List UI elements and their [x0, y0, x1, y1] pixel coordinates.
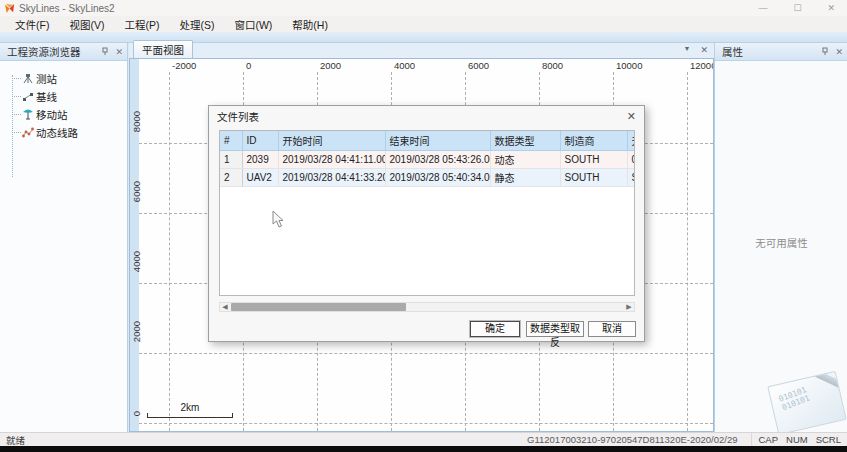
scale-label: 2km [147, 402, 233, 413]
dialog-title-bar[interactable]: 文件列表 ✕ [209, 106, 644, 127]
col-header-id[interactable]: ID [242, 131, 278, 151]
dialog-title: 文件列表 [217, 109, 259, 124]
x-axis-tick: 10000 [616, 60, 642, 71]
table-row[interactable]: 2 UAV2 2019/03/28 04:41:33.200 2019/03/2… [220, 169, 635, 187]
left-panel-title: 工程资源浏览器 [7, 44, 81, 59]
dynamic-route-icon [22, 126, 34, 138]
left-panel-close-icon[interactable]: ✕ [115, 47, 123, 57]
menu-view[interactable]: 视图(V) [60, 16, 113, 33]
x-axis-tick: 2000 [320, 60, 341, 71]
y-axis-tick: 6000 [131, 181, 142, 202]
horizontal-scrollbar[interactable]: ◀ ▶ [219, 302, 635, 312]
cell-start-time: 2019/03/28 04:41:11.000 [278, 151, 385, 169]
cell-manufacturer: SOUTH [560, 151, 627, 169]
pin-icon[interactable] [101, 47, 109, 56]
tree-item-baseline[interactable]: 基线 [0, 87, 127, 105]
col-header-end-time[interactable]: 结束时间 [385, 131, 490, 151]
gridline-v [169, 72, 170, 431]
gridline-v [687, 72, 688, 431]
window-title: SkyLines - SkyLines2 [19, 3, 115, 14]
col-header-start-time[interactable]: 开始时间 [278, 131, 385, 151]
station-icon [22, 72, 34, 84]
cell-end-time: 2019/03/28 05:43:26.000 [385, 151, 490, 169]
scroll-left-icon[interactable]: ◀ [220, 303, 230, 311]
app-window: { "window": { "title": "SkyLines - SkyLi… [0, 0, 847, 452]
cell-id: 2039 [242, 151, 278, 169]
cell-index: 2 [220, 169, 242, 187]
view-tab-bar: 平面视图 ▼ ✕ [129, 43, 714, 58]
menu-project[interactable]: 工程(P) [115, 16, 168, 33]
col-header-manufacturer[interactable]: 制造商 [560, 131, 627, 151]
cell-data-type: 静态 [490, 169, 560, 187]
gridline-h [139, 353, 713, 354]
bottom-edge-bar [0, 446, 847, 452]
tree-item-label: 移动站 [36, 107, 68, 122]
x-axis-tick: -2000 [172, 60, 196, 71]
left-panel-header: 工程资源浏览器 ✕ [0, 43, 127, 61]
scrollbar-thumb[interactable] [231, 303, 406, 311]
title-bar: SkyLines - SkyLines2 — ☐ ✕ [0, 0, 847, 16]
tree-item-label: 基线 [36, 89, 57, 104]
cell-index: 1 [220, 151, 242, 169]
pin-icon[interactable] [821, 47, 829, 56]
tree-item-dynamic-route[interactable]: 动态线路 [0, 123, 127, 141]
y-axis-tick: 8000 [131, 111, 142, 132]
cell-data-type: 动态 [490, 151, 560, 169]
baseline-icon [22, 90, 34, 102]
menu-help[interactable]: 帮助(H) [283, 16, 337, 33]
resource-tree: 测站 基线 移动站 [0, 61, 127, 141]
table-row[interactable]: 1 2039 2019/03/28 04:41:11.000 2019/03/2… [220, 151, 635, 169]
app-logo-icon [4, 3, 15, 14]
col-header-data-type[interactable]: 数据类型 [490, 131, 560, 151]
cancel-button[interactable]: 取消 [588, 321, 636, 337]
tab-close-icon[interactable]: ✕ [700, 45, 708, 55]
minimize-icon[interactable]: — [758, 3, 767, 13]
col-header-antenna[interactable]: 天 [627, 131, 635, 151]
scroll-lock-indicator: SCRL [816, 434, 841, 445]
mouse-cursor [272, 210, 285, 229]
cell-antenna: SI [627, 169, 635, 187]
ok-button[interactable]: 确定 [470, 321, 520, 337]
status-bar: 就绪 G112017003210-97020547D811320E-2020/0… [0, 432, 847, 446]
menu-bar: 文件(F) 视图(V) 工程(P) 处理(S) 窗口(W) 帮助(H) [0, 16, 847, 32]
close-icon[interactable]: ✕ [827, 3, 835, 13]
tree-item-station[interactable]: 测站 [0, 69, 127, 87]
right-panel-header: 属性 ✕ [715, 43, 847, 61]
maximize-icon[interactable]: ☐ [793, 3, 801, 13]
scroll-right-icon[interactable]: ▶ [624, 303, 634, 311]
x-axis-tick: 8000 [542, 60, 563, 71]
map-scale-bar: 2km [147, 403, 233, 418]
rover-station-icon [22, 108, 34, 120]
tree-item-rover[interactable]: 移动站 [0, 105, 127, 123]
y-axis-tick: 2000 [131, 321, 142, 342]
x-axis-tick: 4000 [394, 60, 415, 71]
x-axis-tick: 6000 [468, 60, 489, 71]
invert-data-type-button[interactable]: 数据类型取反 [526, 321, 584, 337]
col-header-index[interactable]: # [220, 131, 242, 151]
tree-item-label: 动态线路 [36, 125, 78, 140]
license-id-text: G112017003210-97020547D811320E-2020/02/2… [527, 434, 751, 445]
file-table: # ID 开始时间 结束时间 数据类型 制造商 天 1 2039 2019/03… [220, 131, 635, 187]
no-properties-text: 无可用属性 [715, 235, 847, 250]
cell-id: UAV2 [242, 169, 278, 187]
cell-end-time: 2019/03/28 05:40:34.000 [385, 169, 490, 187]
num-lock-indicator: NUM [786, 434, 808, 445]
x-axis-tick: 0 [246, 60, 251, 71]
caps-lock-indicator: CAP [758, 434, 778, 445]
project-resource-panel: 工程资源浏览器 ✕ 测站 [0, 43, 128, 432]
toolbar-strip [0, 32, 847, 43]
menu-window[interactable]: 窗口(W) [225, 16, 281, 33]
menu-file[interactable]: 文件(F) [6, 16, 58, 33]
x-axis-tick: 12000 [690, 60, 714, 71]
dialog-close-icon[interactable]: ✕ [627, 110, 636, 123]
menu-process[interactable]: 处理(S) [170, 16, 223, 33]
y-axis-tick: 4000 [131, 251, 142, 272]
tab-plan-view[interactable]: 平面视图 [133, 40, 193, 58]
gridline-h [139, 423, 713, 424]
right-panel-title: 属性 [722, 44, 743, 59]
cell-manufacturer: SOUTH [560, 169, 627, 187]
right-panel-close-icon[interactable]: ✕ [835, 47, 843, 57]
cell-antenna: 0 [627, 151, 635, 169]
table-header-row: # ID 开始时间 结束时间 数据类型 制造商 天 [220, 131, 635, 151]
tab-list-dropdown-icon[interactable]: ▼ [684, 45, 691, 55]
